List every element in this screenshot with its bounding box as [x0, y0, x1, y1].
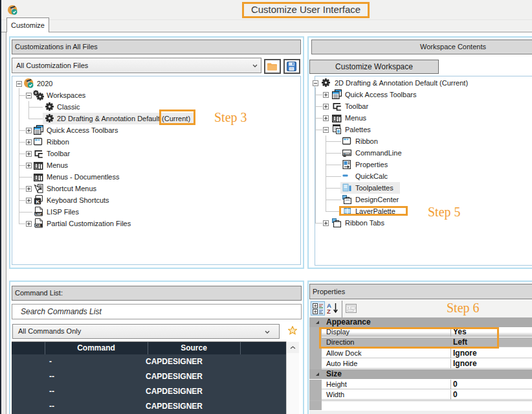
- svg-text:Z: Z: [327, 308, 331, 314]
- svg-text:K: K: [36, 199, 40, 205]
- svg-text:LISP: LISP: [35, 213, 41, 216]
- svg-text:CUI: CUI: [35, 224, 40, 227]
